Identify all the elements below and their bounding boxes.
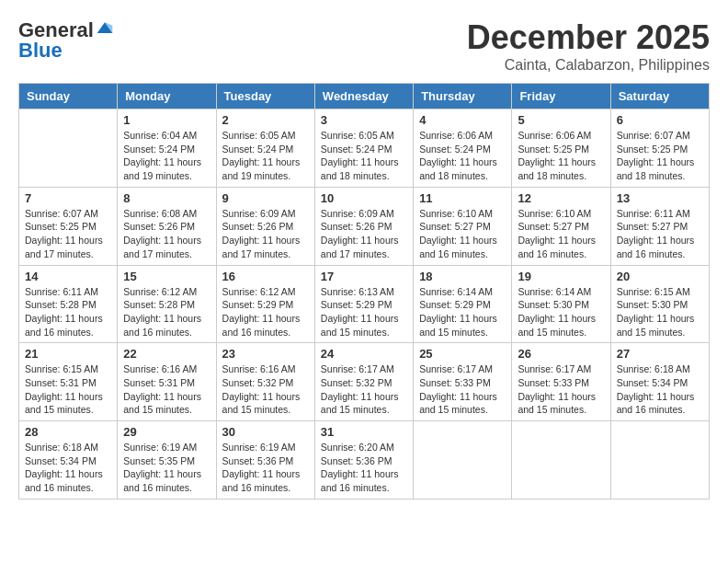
location: Cainta, Calabarzon, Philippines: [467, 57, 710, 74]
calendar-day-cell: 29Sunrise: 6:19 AMSunset: 5:35 PMDayligh…: [118, 421, 216, 500]
calendar-day-cell: 26Sunrise: 6:17 AMSunset: 5:33 PMDayligh…: [512, 343, 610, 421]
day-number: 29: [123, 425, 210, 439]
day-number: 21: [25, 347, 111, 361]
day-info: Sunrise: 6:06 AMSunset: 5:24 PMDaylight:…: [419, 129, 506, 183]
calendar-day-cell: 30Sunrise: 6:19 AMSunset: 5:36 PMDayligh…: [216, 421, 314, 500]
calendar-day-cell: 24Sunrise: 6:17 AMSunset: 5:32 PMDayligh…: [314, 343, 413, 421]
day-info: Sunrise: 6:17 AMSunset: 5:33 PMDaylight:…: [518, 362, 604, 417]
calendar-day-cell: 19Sunrise: 6:14 AMSunset: 5:30 PMDayligh…: [512, 265, 610, 343]
day-info: Sunrise: 6:07 AMSunset: 5:25 PMDaylight:…: [25, 207, 111, 261]
calendar-day-cell: 18Sunrise: 6:14 AMSunset: 5:29 PMDayligh…: [414, 265, 512, 343]
day-number: 9: [222, 191, 309, 205]
calendar-day-cell: 9Sunrise: 6:09 AMSunset: 5:26 PMDaylight…: [216, 187, 314, 265]
day-of-week-header: Tuesday: [216, 84, 314, 109]
calendar-week-row: 7Sunrise: 6:07 AMSunset: 5:25 PMDaylight…: [19, 187, 710, 265]
day-number: 13: [617, 191, 703, 205]
day-number: 14: [25, 270, 111, 283]
calendar-week-row: 28Sunrise: 6:18 AMSunset: 5:34 PMDayligh…: [19, 421, 710, 500]
day-number: 25: [419, 347, 506, 361]
calendar-day-cell: 17Sunrise: 6:13 AMSunset: 5:29 PMDayligh…: [314, 265, 413, 343]
calendar-day-cell: 20Sunrise: 6:15 AMSunset: 5:30 PMDayligh…: [610, 265, 709, 343]
day-number: 16: [222, 270, 309, 283]
page-header: General Blue December 2025 Cainta, Calab…: [18, 18, 710, 74]
day-number: 30: [222, 425, 309, 439]
calendar-week-row: 21Sunrise: 6:15 AMSunset: 5:31 PMDayligh…: [19, 343, 710, 421]
day-number: 18: [419, 270, 506, 283]
day-info: Sunrise: 6:14 AMSunset: 5:29 PMDaylight:…: [419, 285, 506, 339]
calendar-day-cell: 31Sunrise: 6:20 AMSunset: 5:36 PMDayligh…: [314, 421, 413, 500]
calendar-table: SundayMondayTuesdayWednesdayThursdayFrid…: [18, 83, 710, 500]
calendar-week-row: 1Sunrise: 6:04 AMSunset: 5:24 PMDaylight…: [19, 109, 710, 188]
day-number: 8: [123, 191, 210, 205]
calendar-day-cell: [610, 421, 709, 500]
day-info: Sunrise: 6:09 AMSunset: 5:26 PMDaylight:…: [222, 207, 309, 261]
calendar-day-cell: [512, 421, 610, 500]
day-number: 27: [617, 347, 703, 361]
day-number: 28: [25, 425, 111, 439]
day-info: Sunrise: 6:09 AMSunset: 5:26 PMDaylight:…: [321, 207, 407, 261]
calendar-day-cell: 25Sunrise: 6:17 AMSunset: 5:33 PMDayligh…: [414, 343, 512, 421]
day-info: Sunrise: 6:15 AMSunset: 5:31 PMDaylight:…: [25, 362, 111, 417]
day-of-week-header: Monday: [118, 84, 216, 109]
calendar-day-cell: 1Sunrise: 6:04 AMSunset: 5:24 PMDaylight…: [118, 109, 216, 188]
calendar-day-cell: 10Sunrise: 6:09 AMSunset: 5:26 PMDayligh…: [314, 187, 413, 265]
day-number: 20: [617, 270, 703, 283]
logo-blue-text: Blue: [18, 39, 63, 63]
calendar-day-cell: 27Sunrise: 6:18 AMSunset: 5:34 PMDayligh…: [610, 343, 709, 421]
day-info: Sunrise: 6:10 AMSunset: 5:27 PMDaylight:…: [419, 207, 506, 261]
calendar-day-cell: 11Sunrise: 6:10 AMSunset: 5:27 PMDayligh…: [414, 187, 512, 265]
day-info: Sunrise: 6:14 AMSunset: 5:30 PMDaylight:…: [518, 285, 604, 339]
day-info: Sunrise: 6:18 AMSunset: 5:34 PMDaylight:…: [25, 441, 111, 495]
day-info: Sunrise: 6:16 AMSunset: 5:32 PMDaylight:…: [222, 362, 309, 417]
day-of-week-header: Friday: [512, 84, 610, 109]
title-block: December 2025 Cainta, Calabarzon, Philip…: [467, 18, 710, 74]
day-number: 10: [321, 191, 407, 205]
day-of-week-header: Wednesday: [314, 84, 413, 109]
day-number: 24: [321, 347, 407, 361]
day-info: Sunrise: 6:13 AMSunset: 5:29 PMDaylight:…: [321, 285, 407, 339]
day-number: 2: [222, 113, 309, 127]
day-info: Sunrise: 6:20 AMSunset: 5:36 PMDaylight:…: [321, 441, 407, 495]
day-info: Sunrise: 6:17 AMSunset: 5:32 PMDaylight:…: [321, 362, 407, 417]
calendar-day-cell: 5Sunrise: 6:06 AMSunset: 5:25 PMDaylight…: [512, 109, 610, 188]
calendar-header-row: SundayMondayTuesdayWednesdayThursdayFrid…: [19, 84, 710, 109]
day-info: Sunrise: 6:17 AMSunset: 5:33 PMDaylight:…: [419, 362, 506, 417]
day-of-week-header: Sunday: [19, 84, 118, 109]
day-number: 31: [321, 425, 407, 439]
calendar-day-cell: 15Sunrise: 6:12 AMSunset: 5:28 PMDayligh…: [118, 265, 216, 343]
logo: General Blue: [18, 18, 114, 63]
calendar-day-cell: 28Sunrise: 6:18 AMSunset: 5:34 PMDayligh…: [19, 421, 118, 500]
day-of-week-header: Thursday: [414, 84, 512, 109]
day-number: 22: [123, 347, 210, 361]
calendar-day-cell: 12Sunrise: 6:10 AMSunset: 5:27 PMDayligh…: [512, 187, 610, 265]
day-info: Sunrise: 6:07 AMSunset: 5:25 PMDaylight:…: [617, 129, 703, 183]
day-info: Sunrise: 6:06 AMSunset: 5:25 PMDaylight:…: [518, 129, 604, 183]
day-number: 4: [419, 113, 506, 127]
day-number: 5: [518, 113, 604, 127]
day-number: 3: [321, 113, 407, 127]
day-number: 26: [518, 347, 604, 361]
day-info: Sunrise: 6:04 AMSunset: 5:24 PMDaylight:…: [123, 129, 210, 183]
day-info: Sunrise: 6:08 AMSunset: 5:26 PMDaylight:…: [123, 207, 210, 261]
day-info: Sunrise: 6:16 AMSunset: 5:31 PMDaylight:…: [123, 362, 210, 417]
calendar-week-row: 14Sunrise: 6:11 AMSunset: 5:28 PMDayligh…: [19, 265, 710, 343]
day-info: Sunrise: 6:18 AMSunset: 5:34 PMDaylight:…: [617, 362, 703, 417]
day-number: 23: [222, 347, 309, 361]
day-number: 19: [518, 270, 604, 283]
calendar-day-cell: 13Sunrise: 6:11 AMSunset: 5:27 PMDayligh…: [610, 187, 709, 265]
day-info: Sunrise: 6:05 AMSunset: 5:24 PMDaylight:…: [321, 129, 407, 183]
day-of-week-header: Saturday: [610, 84, 709, 109]
day-number: 7: [25, 191, 111, 205]
calendar-day-cell: 16Sunrise: 6:12 AMSunset: 5:29 PMDayligh…: [216, 265, 314, 343]
day-info: Sunrise: 6:12 AMSunset: 5:29 PMDaylight:…: [222, 285, 309, 339]
day-number: 15: [123, 270, 210, 283]
day-number: 6: [617, 113, 703, 127]
day-number: 12: [518, 191, 604, 205]
day-info: Sunrise: 6:12 AMSunset: 5:28 PMDaylight:…: [123, 285, 210, 339]
calendar-day-cell: 3Sunrise: 6:05 AMSunset: 5:24 PMDaylight…: [314, 109, 413, 188]
calendar-day-cell: 2Sunrise: 6:05 AMSunset: 5:24 PMDaylight…: [216, 109, 314, 188]
calendar-day-cell: 23Sunrise: 6:16 AMSunset: 5:32 PMDayligh…: [216, 343, 314, 421]
day-number: 1: [123, 113, 210, 127]
logo-icon: [96, 19, 114, 38]
calendar-day-cell: 14Sunrise: 6:11 AMSunset: 5:28 PMDayligh…: [19, 265, 118, 343]
